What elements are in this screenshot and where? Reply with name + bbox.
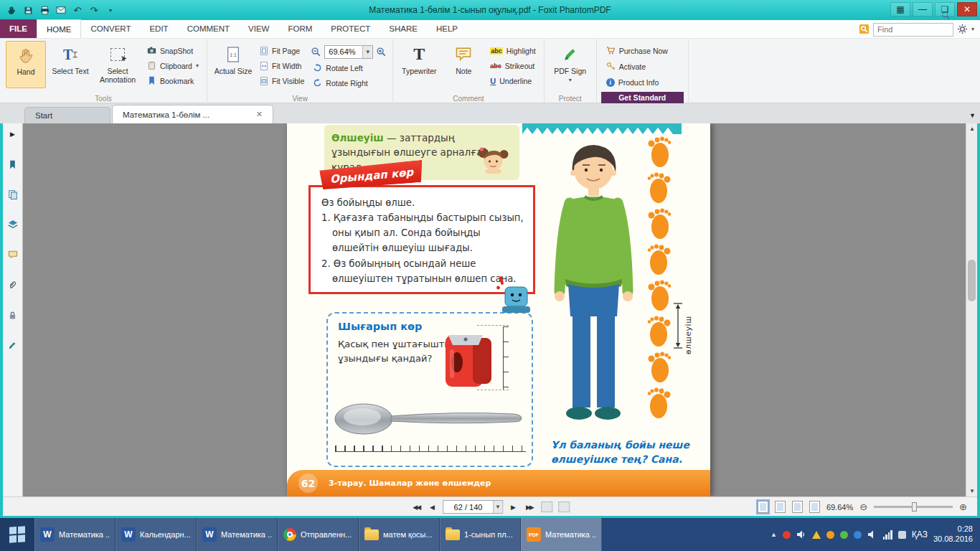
tab-share[interactable]: SHARE bbox=[380, 19, 427, 38]
tab-protect[interactable]: PROTECT bbox=[321, 19, 380, 38]
zoom-out-icon[interactable] bbox=[311, 47, 321, 57]
zoom-slider[interactable] bbox=[874, 506, 953, 508]
qat-customize-icon[interactable]: ▾ bbox=[105, 4, 116, 16]
gear-icon[interactable] bbox=[957, 24, 968, 34]
usb-tray-icon[interactable] bbox=[898, 531, 906, 539]
last-page-button[interactable]: ▶▶ bbox=[524, 502, 535, 512]
fit-width-button[interactable]: Fit Width bbox=[258, 59, 306, 72]
next-page-button[interactable]: ▶ bbox=[509, 502, 518, 512]
tab-help[interactable]: HELP bbox=[427, 19, 467, 38]
taskbar-item-word-1[interactable]: W Математика ... bbox=[34, 518, 116, 551]
undo-icon[interactable]: ↶ bbox=[72, 4, 83, 16]
fit-page-button[interactable]: Fit Page bbox=[258, 44, 306, 57]
facing-view-button[interactable] bbox=[792, 501, 803, 513]
zoom-slider-thumb[interactable] bbox=[912, 502, 917, 512]
network-tray-icon[interactable] bbox=[883, 530, 892, 540]
doc-tab-start[interactable]: Start bbox=[24, 107, 110, 123]
taskbar-item-chrome[interactable]: Отправленн... bbox=[278, 518, 359, 551]
expand-panel-icon[interactable]: ▶ bbox=[6, 128, 19, 141]
gear-dropdown-icon[interactable]: ▾ bbox=[971, 26, 974, 32]
zoom-in-icon[interactable] bbox=[376, 47, 387, 57]
tab-home[interactable]: HOME bbox=[37, 19, 82, 38]
clipboard-button[interactable]: Clipboard ▾ bbox=[145, 59, 201, 72]
taskbar-clock[interactable]: 0:28 30.08.2016 bbox=[933, 524, 973, 545]
tab-list-dropdown-icon[interactable]: ▼ bbox=[969, 112, 976, 119]
tab-form[interactable]: FORM bbox=[278, 19, 321, 38]
comments-panel-icon[interactable] bbox=[6, 248, 19, 261]
audio-device-tray-icon[interactable] bbox=[867, 529, 877, 540]
note-button[interactable]: Note bbox=[443, 41, 484, 88]
highlight-button[interactable]: abc Highlight bbox=[488, 44, 537, 57]
get-standard-banner[interactable]: Get Standard bbox=[601, 92, 684, 103]
taskbar-item-foxit[interactable]: PDF Математика ... bbox=[521, 518, 602, 551]
rotate-right-button[interactable]: Rotate Right bbox=[311, 76, 387, 90]
pdf-sign-dropdown-icon[interactable]: ▾ bbox=[569, 77, 572, 83]
tab-comment[interactable]: COMMENT bbox=[178, 19, 239, 38]
page-number-box[interactable]: 62 / 140 ▼ bbox=[443, 500, 503, 514]
actual-size-button[interactable]: 1:1 Actual Size bbox=[213, 41, 253, 88]
security-panel-icon[interactable] bbox=[6, 309, 19, 321]
bookmark-button[interactable]: Bookmark bbox=[145, 74, 201, 88]
underline-button[interactable]: U Underline bbox=[488, 74, 537, 88]
page-dropdown-icon[interactable]: ▼ bbox=[493, 501, 502, 513]
sync-tray-icon[interactable] bbox=[840, 531, 848, 539]
strikeout-button[interactable]: abc Strikeout bbox=[488, 59, 537, 72]
previous-view-button[interactable] bbox=[541, 501, 552, 512]
ribbon-layout-icon[interactable]: ▦ bbox=[890, 2, 910, 17]
tab-view[interactable]: VIEW bbox=[239, 19, 278, 38]
signature-panel-icon[interactable] bbox=[6, 339, 19, 352]
update-tray-icon[interactable] bbox=[826, 531, 834, 539]
next-view-button[interactable] bbox=[558, 501, 570, 512]
taskbar-item-word-2[interactable]: W Кальендарн... bbox=[116, 518, 197, 551]
tab-convert[interactable]: CONVERT bbox=[81, 19, 140, 38]
snapshot-button[interactable]: SnapShot bbox=[145, 44, 201, 57]
document-canvas[interactable]: Өлшеуіш — заттардың ұзындығын өлшеуге ар… bbox=[23, 123, 966, 496]
layers-panel-icon[interactable] bbox=[6, 218, 19, 231]
hand-tool-icon[interactable] bbox=[6, 4, 17, 16]
save-icon[interactable] bbox=[22, 4, 34, 16]
restore-button[interactable]: ❏ bbox=[935, 2, 955, 17]
first-page-button[interactable]: ◀◀ bbox=[410, 502, 422, 512]
pages-panel-icon[interactable] bbox=[6, 188, 19, 201]
tab-edit[interactable]: EDIT bbox=[140, 19, 177, 38]
continuous-facing-view-button[interactable] bbox=[809, 501, 820, 513]
doc-tab-close-icon[interactable]: ✕ bbox=[256, 110, 263, 119]
clipboard-dropdown-icon[interactable]: ▾ bbox=[196, 62, 199, 69]
zoom-dropdown-icon[interactable]: ▼ bbox=[362, 46, 372, 58]
previous-page-button[interactable]: ◀ bbox=[428, 502, 437, 512]
taskbar-item-folder-2[interactable]: 1-сынып пл... bbox=[440, 518, 521, 551]
close-button[interactable]: ✕ bbox=[957, 2, 977, 17]
warning-tray-icon[interactable] bbox=[812, 531, 821, 539]
minimize-button[interactable]: — bbox=[913, 2, 933, 17]
email-icon[interactable] bbox=[55, 4, 67, 16]
language-indicator[interactable]: ҚАЗ bbox=[912, 529, 928, 540]
zoom-in-button[interactable]: ⊕ bbox=[959, 501, 967, 512]
tab-file[interactable]: FILE bbox=[0, 19, 37, 38]
select-annotation-button[interactable]: ➤ Select Annotation bbox=[95, 41, 141, 88]
attachments-panel-icon[interactable] bbox=[6, 278, 19, 291]
rotate-left-button[interactable]: Rotate Left bbox=[311, 61, 387, 75]
antivirus-tray-icon[interactable] bbox=[783, 531, 791, 539]
hand-tool-button[interactable]: Hand bbox=[6, 41, 46, 88]
pdf-sign-button[interactable]: PDF Sign ▾ bbox=[550, 41, 590, 88]
print-icon[interactable] bbox=[39, 4, 50, 16]
vertical-scrollbar[interactable]: ▲ ▼ bbox=[966, 123, 977, 496]
typewriter-button[interactable]: T Typewriter bbox=[399, 41, 439, 88]
hidden-icons-chevron[interactable]: ▲ bbox=[771, 531, 777, 538]
fit-visible-button[interactable]: Fit Visible bbox=[258, 74, 306, 88]
scroll-down-icon[interactable]: ▼ bbox=[966, 486, 978, 496]
scroll-up-icon[interactable]: ▲ bbox=[966, 123, 978, 134]
scrollbar-thumb[interactable] bbox=[968, 260, 976, 301]
find-input[interactable] bbox=[873, 23, 953, 37]
product-info-button[interactable]: i Product Info bbox=[604, 75, 670, 89]
zoom-out-button[interactable]: ⊖ bbox=[859, 501, 867, 512]
messenger-tray-icon[interactable] bbox=[854, 531, 862, 539]
start-button[interactable] bbox=[0, 518, 34, 551]
taskbar-item-folder-1[interactable]: матем қосы... bbox=[359, 518, 440, 551]
zoom-combobox[interactable]: 69.64% ▼ bbox=[324, 45, 373, 59]
volume-tray-icon[interactable] bbox=[796, 529, 806, 540]
redo-icon[interactable]: ↷ bbox=[88, 4, 100, 16]
continuous-view-button[interactable] bbox=[775, 501, 786, 513]
single-page-view-button[interactable] bbox=[758, 501, 768, 513]
activate-button[interactable]: Activate bbox=[604, 60, 670, 73]
